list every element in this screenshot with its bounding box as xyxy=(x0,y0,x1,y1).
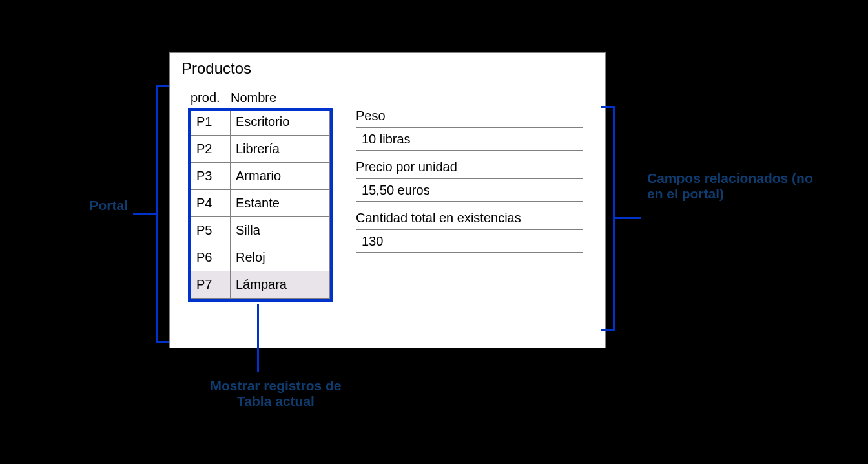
table-body: P1EscritorioP2LibreríaP3ArmarioP4Estante… xyxy=(191,108,330,299)
label-price: Precio por unidad xyxy=(356,160,583,174)
pointer-to-bottom-annotation xyxy=(257,304,259,372)
cell-name: Armario xyxy=(231,163,330,189)
cell-name: Librería xyxy=(231,136,330,162)
table-row[interactable]: P7Lámpara xyxy=(191,271,330,299)
products-panel: Productos prod. Nombre P1EscritorioP2Lib… xyxy=(169,52,606,348)
bracket-left xyxy=(156,85,170,343)
cell-prod: P2 xyxy=(191,136,231,162)
bracket-left-stem xyxy=(133,213,156,215)
bracket-right xyxy=(601,106,615,331)
table-row[interactable]: P5Silla xyxy=(191,217,330,244)
value-stock[interactable]: 130 xyxy=(356,229,583,253)
cell-name: Lámpara xyxy=(231,271,330,298)
detail-fields: Peso 10 libras Precio por unidad 15,50 e… xyxy=(356,109,583,262)
table-row[interactable]: P4Estante xyxy=(191,190,330,217)
cell-prod: P5 xyxy=(191,217,231,244)
field-group-stock: Cantidad total en existencias 130 xyxy=(356,211,583,253)
table-header-row: prod. Nombre xyxy=(191,90,330,105)
portal-table: prod. Nombre P1EscritorioP2LibreríaP3Arm… xyxy=(191,90,330,299)
value-weight[interactable]: 10 libras xyxy=(356,127,583,151)
table-row[interactable]: P1Escritorio xyxy=(191,109,330,136)
cell-prod: P3 xyxy=(191,163,231,189)
column-header-name: Nombre xyxy=(231,90,330,105)
field-group-price: Precio por unidad 15,50 euros xyxy=(356,160,583,202)
cell-name: Escritorio xyxy=(231,109,330,135)
bracket-right-stem xyxy=(615,217,641,219)
panel-title: Productos xyxy=(181,59,251,78)
annotation-portal: Portal xyxy=(50,198,128,213)
value-price[interactable]: 15,50 euros xyxy=(356,178,583,202)
cell-name: Silla xyxy=(231,217,330,244)
cell-prod: P4 xyxy=(191,190,231,216)
cell-prod: P1 xyxy=(191,109,231,135)
cell-name: Reloj xyxy=(231,244,330,271)
table-row[interactable]: P3Armario xyxy=(191,163,330,190)
column-header-prod: prod. xyxy=(191,90,231,105)
cell-prod: P6 xyxy=(191,244,231,271)
annotation-show-records: Mostrar registros de Tabla actual xyxy=(202,378,350,409)
label-weight: Peso xyxy=(356,109,583,123)
label-stock: Cantidad total en existencias xyxy=(356,211,583,226)
field-group-weight: Peso 10 libras xyxy=(356,109,583,151)
cell-name: Estante xyxy=(231,190,330,216)
diagram-stage: Portal Productos prod. Nombre P1Escritor… xyxy=(0,0,868,464)
annotation-related-fields: Campos relacionados (no en el portal) xyxy=(647,171,828,202)
table-row[interactable]: P2Librería xyxy=(191,136,330,163)
table-row[interactable]: P6Reloj xyxy=(191,244,330,271)
cell-prod: P7 xyxy=(191,271,231,298)
